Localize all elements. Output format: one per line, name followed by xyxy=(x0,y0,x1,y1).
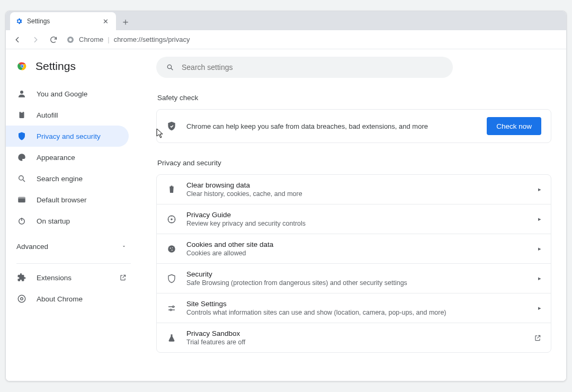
row-subtitle: Cookies are allowed xyxy=(186,250,529,257)
sidebar-item-label: You and Google xyxy=(37,90,87,98)
privacy-security-list: Clear browsing data Clear history, cooki… xyxy=(156,174,551,353)
shield-icon xyxy=(16,131,27,141)
sidebar-item-privacy-security[interactable]: Privacy and security xyxy=(6,126,129,147)
about-chrome-label: About Chrome xyxy=(37,295,83,303)
svg-point-17 xyxy=(168,245,175,253)
svg-point-1 xyxy=(69,38,72,41)
sidebar-item-label: Default browser xyxy=(37,196,87,204)
row-title: Site Settings xyxy=(186,300,529,308)
chevron-right-icon: ▸ xyxy=(538,275,541,282)
tab-title: Settings xyxy=(27,17,50,25)
svg-rect-10 xyxy=(18,197,25,199)
omnibox-origin: Chrome xyxy=(79,35,103,43)
chrome-logo-icon xyxy=(16,60,28,72)
row-security[interactable]: Security Safe Browsing (protection from … xyxy=(157,263,551,293)
row-title: Cookies and other site data xyxy=(186,240,529,248)
svg-point-13 xyxy=(21,298,23,300)
chevron-right-icon: ▸ xyxy=(538,305,541,311)
sidebar-item-about-chrome[interactable]: About Chrome xyxy=(6,288,141,309)
settings-title: Settings xyxy=(35,60,76,73)
sidebar-item-autofill[interactable]: Autofill xyxy=(6,104,129,126)
extensions-label: Extensions xyxy=(37,274,72,282)
svg-point-18 xyxy=(170,247,171,248)
advanced-label: Advanced xyxy=(16,243,48,251)
browser-toolbar: Chrome | chrome://settings/privacy xyxy=(6,30,566,49)
row-title: Privacy Sandbox xyxy=(186,329,524,337)
sidebar-item-you-and-google[interactable]: You and Google xyxy=(6,83,129,104)
safety-check-text: Chrome can help keep you safe from data … xyxy=(186,122,477,130)
settings-search[interactable] xyxy=(156,57,453,78)
open-external-icon xyxy=(534,334,541,342)
row-subtitle: Controls what information sites can use … xyxy=(186,309,529,316)
sliders-icon xyxy=(166,304,177,313)
reload-button[interactable] xyxy=(46,32,61,47)
row-subtitle: Clear history, cookies, cache, and more xyxy=(186,190,529,198)
row-site-settings[interactable]: Site Settings Controls what information … xyxy=(157,293,551,323)
new-tab-button[interactable]: ＋ xyxy=(118,14,133,29)
settings-brand: Settings xyxy=(6,58,141,83)
svg-point-5 xyxy=(20,91,23,94)
search-icon xyxy=(16,174,27,183)
tab-strip: Settings ✕ ＋ xyxy=(6,11,566,30)
check-now-button[interactable]: Check now xyxy=(487,117,541,135)
svg-point-21 xyxy=(173,306,174,307)
puzzle-icon xyxy=(16,273,27,282)
row-privacy-guide[interactable]: Privacy Guide Review key privacy and sec… xyxy=(157,204,551,234)
svg-point-22 xyxy=(170,309,172,310)
gear-icon xyxy=(15,17,23,25)
sidebar-item-appearance[interactable]: Appearance xyxy=(6,147,129,168)
tab-close-button[interactable]: ✕ xyxy=(101,16,111,26)
compass-icon xyxy=(166,215,177,224)
settings-sidebar: Settings You and Google Autofill Privacy… xyxy=(6,49,141,381)
flask-icon xyxy=(166,333,177,343)
browser-tab-settings[interactable]: Settings ✕ xyxy=(10,12,116,30)
chevron-right-icon: ▸ xyxy=(538,245,541,252)
sidebar-item-search-engine[interactable]: Search engine xyxy=(6,168,129,189)
browser-window-icon xyxy=(16,195,27,204)
row-subtitle: Review key privacy and security controls xyxy=(186,220,529,227)
clipboard-icon xyxy=(16,110,27,120)
palette-icon xyxy=(16,153,27,162)
forward-button[interactable] xyxy=(28,32,43,47)
safety-check-heading: Safety check xyxy=(157,94,551,102)
svg-point-20 xyxy=(172,250,173,251)
open-external-icon xyxy=(119,274,127,281)
settings-search-input[interactable] xyxy=(182,63,443,72)
person-icon xyxy=(16,89,27,99)
row-clear-browsing-data[interactable]: Clear browsing data Clear history, cooki… xyxy=(157,175,551,204)
cookie-icon xyxy=(166,244,177,254)
sidebar-divider xyxy=(16,263,131,264)
row-subtitle: Safe Browsing (protection from dangerous… xyxy=(186,279,529,287)
address-bar[interactable]: Chrome | chrome://settings/privacy xyxy=(66,32,190,47)
svg-rect-6 xyxy=(20,112,24,118)
row-cookies[interactable]: Cookies and other site data Cookies are … xyxy=(157,234,551,263)
safety-check-card: Chrome can help keep you safe from data … xyxy=(156,109,551,143)
svg-rect-7 xyxy=(21,111,23,113)
row-title: Clear browsing data xyxy=(186,181,529,189)
sidebar-item-label: On startup xyxy=(37,217,70,225)
sidebar-item-label: Search engine xyxy=(37,175,83,183)
sidebar-item-label: Autofill xyxy=(37,111,58,119)
settings-main: Safety check Chrome can help keep you sa… xyxy=(141,49,566,381)
sidebar-item-default-browser[interactable]: Default browser xyxy=(6,189,129,210)
sidebar-item-label: Appearance xyxy=(37,154,75,162)
back-button[interactable] xyxy=(10,32,25,47)
omnibox-url: chrome://settings/privacy xyxy=(114,35,190,43)
site-info-icon[interactable] xyxy=(66,35,75,44)
svg-point-16 xyxy=(171,218,172,219)
row-privacy-sandbox[interactable]: Privacy Sandbox Trial features are off xyxy=(157,323,551,352)
sidebar-item-label: Privacy and security xyxy=(37,132,101,140)
row-title: Privacy Guide xyxy=(186,211,529,219)
shield-outline-icon xyxy=(166,274,177,283)
sidebar-item-on-startup[interactable]: On startup xyxy=(6,210,129,231)
row-title: Security xyxy=(186,270,529,278)
sidebar-item-extensions[interactable]: Extensions xyxy=(6,267,141,288)
svg-point-19 xyxy=(172,247,173,248)
shield-check-icon xyxy=(166,121,177,131)
privacy-security-heading: Privacy and security xyxy=(157,159,551,167)
chevron-right-icon: ▸ xyxy=(538,216,541,222)
chevron-right-icon: ▸ xyxy=(538,186,541,193)
svg-point-8 xyxy=(19,176,23,180)
sidebar-advanced-toggle[interactable]: Advanced xyxy=(6,236,141,257)
power-icon xyxy=(16,216,27,226)
